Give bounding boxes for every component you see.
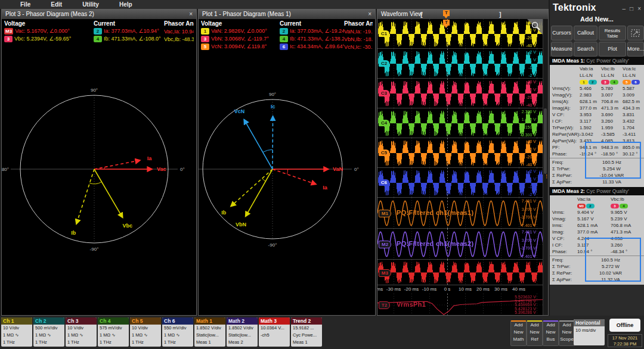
minimize-icon[interactable]: – xyxy=(623,5,626,12)
channel-badge-math-1[interactable]: Math 11.8502 V/divStatic|low...Meas 1 xyxy=(194,317,225,347)
waveform-titlebar[interactable]: Waveform View[]T xyxy=(377,10,548,19)
meas-row: PF:944.1 m948.3 m865.0 m xyxy=(550,144,644,151)
channel-flag-m2[interactable]: M2 xyxy=(379,241,391,248)
channel-badge-ch-2[interactable]: Ch 2500 mV/div1 MΩ ∿1 THz xyxy=(33,317,64,347)
channel-flag-c3[interactable]: C3 xyxy=(379,90,389,96)
channel-flag-c6[interactable]: C6 xyxy=(379,179,389,186)
waveform-slice-t2[interactable]: T2VrmsPh15.523632 V5.491796 V5.459959 V5… xyxy=(377,294,543,316)
meas-value: 5.167 V xyxy=(577,216,611,222)
add-new-scope-button[interactable]: AddNewScope xyxy=(559,320,575,346)
waveform-trace-c3[interactable] xyxy=(377,79,543,108)
panel-waveform-view[interactable]: Waveform View[]TC140 V20 V-20 V-40 VC22 … xyxy=(377,9,549,316)
phasor-legend: VoltageCurrentPhasor AngleM3Vac: 5.1670V… xyxy=(2,19,196,43)
waveform-trace-m3[interactable] xyxy=(377,260,543,285)
waveform-slice-c4[interactable]: C42.300 V1.150 V-1.150 V-2.300 V xyxy=(377,108,543,138)
meas-value: 3.117 xyxy=(580,118,601,124)
channel-flag-m3[interactable]: M3 xyxy=(379,269,391,277)
waveform-trace-c6[interactable] xyxy=(377,168,543,198)
channel-badge-math-2[interactable]: Math 21.8502 V/divStatic|low...Meas 2 xyxy=(227,317,258,347)
meas-row-label: Phase: xyxy=(550,248,577,255)
button-more-[interactable]: More... xyxy=(627,42,644,57)
maximize-icon[interactable]: □ xyxy=(630,5,633,12)
legend-col-1: Current xyxy=(94,20,164,27)
meas-summary-value: 10.02 VAR xyxy=(577,270,644,276)
waveform-title: Waveform View xyxy=(381,10,422,19)
phasor-legend-header: VoltageCurrentPhasor Angle xyxy=(2,19,196,27)
close-icon[interactable]: × xyxy=(368,10,371,19)
meas-row-label: TrPwr(W): xyxy=(550,124,580,131)
channel-badge-line: 1 THz xyxy=(66,339,97,346)
meas-summary-label: Σ RePwr: xyxy=(550,172,580,179)
waveform-slice-c6[interactable]: C62 V1 V-1 V-2 V xyxy=(377,168,543,198)
button-search[interactable]: Search xyxy=(574,42,597,57)
plot-titlebar[interactable]: Plot 3 - Phasor Diagram (Meas 2)× xyxy=(2,10,196,19)
button-cursors[interactable]: Cursors xyxy=(551,26,572,40)
waveform-trace-c1[interactable] xyxy=(377,19,543,49)
channel-flag-c1[interactable]: C1 xyxy=(379,30,389,37)
channel-badge-ch-5[interactable]: Ch 510 V/div1 MΩ ∿1 THz xyxy=(130,317,161,347)
horizontal-panel[interactable]: Horizontal10 ms/div xyxy=(574,319,605,345)
waveform-slice-c5[interactable]: C540 V20 V-20 V-40 V xyxy=(377,138,543,168)
close-icon[interactable]: × xyxy=(637,5,641,12)
button-results-table[interactable]: Results Table xyxy=(599,26,626,40)
button-callout[interactable]: Callout xyxy=(574,26,597,40)
channel-flag-m1[interactable]: M1 xyxy=(379,210,391,217)
menu-utility[interactable]: Utility xyxy=(82,1,99,8)
channel-badge-trend-2[interactable]: Trend 215.9182 ...Cyc Powe...Meas 1 xyxy=(291,317,322,347)
zoom-tool-icon[interactable] xyxy=(527,19,543,35)
meas-col-header: Vbc:Ib xyxy=(611,196,644,202)
add-new-ref-button[interactable]: AddNewRef xyxy=(527,320,543,346)
waveform-trace-c2[interactable] xyxy=(377,49,543,79)
waveform-slice-m1[interactable]: M1PQ:Filtered ch1(meas1)7.401 V3.700 V-3… xyxy=(377,198,543,229)
meas-row: M3234 xyxy=(550,202,644,209)
meas-row: RePwr(VAR):-3.042-3.585-3.411 xyxy=(550,131,644,138)
waveform-slice-c2[interactable]: C22 V1 V-1 V-2 V xyxy=(377,49,543,79)
meas-row: LL-LNLL-LNLL-LN xyxy=(550,72,644,79)
scale-label: 40 V xyxy=(528,139,536,144)
waveform-slice-m3[interactable]: M3 xyxy=(377,260,543,285)
waveform-trace-c4[interactable] xyxy=(377,108,543,138)
horizontal-title: Horizontal xyxy=(574,319,605,326)
zoom-bracket-right[interactable]: ] xyxy=(499,10,501,19)
waveform-slice-m2[interactable]: M2PQ:Filtered ch1(meas2)7.401 V3.700 V-3… xyxy=(377,229,543,260)
trigger-marker-top[interactable]: T xyxy=(443,10,450,16)
meas-value: 944.1 m xyxy=(580,144,601,151)
panel-splitter-handle[interactable]: ⁝ xyxy=(546,173,548,180)
channel-badge-ch-4[interactable]: Ch 4575 mV/div1 MΩ ∿1 THz xyxy=(98,317,129,347)
meas-badge-pair: 12 xyxy=(580,79,601,85)
channel-badge-ch-1[interactable]: Ch 110 V/div1 MΩ ∿1 THz xyxy=(1,317,32,347)
zoom-bracket-left[interactable]: [ xyxy=(420,10,423,19)
zoom-box-button[interactable] xyxy=(627,26,644,40)
waveform-trace-c5[interactable] xyxy=(377,138,543,168)
add-new-bus-button[interactable]: AddNewBus xyxy=(543,320,559,346)
meas-row-label: Irms(A): xyxy=(550,98,580,105)
sidebar-button-row-2: MeasureSearchPlotMore... xyxy=(550,40,644,57)
channel-badge-ch-6[interactable]: Ch 6550 mV/div1 MΩ ∿1 THz xyxy=(162,317,193,347)
menu-file[interactable]: File xyxy=(20,1,30,8)
meas-row: 123456 xyxy=(550,79,644,85)
button-measure[interactable]: Measure xyxy=(551,42,572,57)
close-icon[interactable]: × xyxy=(189,10,193,19)
channel-flag-t2[interactable]: T2 xyxy=(379,301,390,309)
channel-badge-ch-3[interactable]: Ch 310 V/div1 MΩ ∿1 THz xyxy=(66,317,97,347)
scrollbar-handle[interactable] xyxy=(544,108,547,174)
channel-flag-c5[interactable]: C5 xyxy=(379,149,389,156)
channel-badge-math-3[interactable]: Math 310.0364 V...-ch5 xyxy=(259,317,290,347)
waveform-scrollbar[interactable] xyxy=(543,19,548,315)
trigger-marker[interactable]: T xyxy=(443,20,450,26)
add-new-math-button[interactable]: AddNewMath xyxy=(510,320,527,346)
channel-flag-c2[interactable]: C2 xyxy=(379,60,389,67)
menu-edit[interactable]: Edit xyxy=(51,1,62,8)
channel-badge-line: Static|low... xyxy=(194,332,225,339)
waveform-slice-c1[interactable]: C140 V20 V-20 V-40 V xyxy=(377,19,543,49)
button-plot[interactable]: Plot xyxy=(599,42,626,57)
meas-value: 9.965 V xyxy=(611,209,644,216)
offline-button[interactable]: Offline xyxy=(609,319,640,332)
plot-titlebar[interactable]: Plot 1 - Phasor Diagram (Meas 1)× xyxy=(199,10,375,19)
waveform-slice-c3[interactable]: C340 V20 V-20 V-40 V xyxy=(377,79,543,108)
channel-flag-c4[interactable]: C4 xyxy=(379,120,389,126)
meas-value: 3.117 xyxy=(577,242,611,248)
menu-help[interactable]: Help xyxy=(119,1,132,8)
channel-badge-line: 1 THz xyxy=(1,339,32,346)
plot-title: Plot 3 - Phasor Diagram (Meas 2) xyxy=(5,10,94,19)
